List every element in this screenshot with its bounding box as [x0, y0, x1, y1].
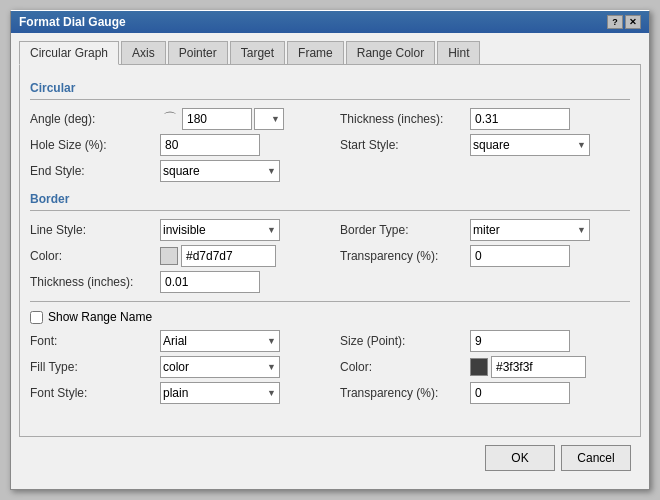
circular-divider: [30, 99, 630, 100]
end-style-label: End Style:: [30, 164, 160, 178]
transparency2-input[interactable]: [470, 382, 570, 404]
font-style-label: Font Style:: [30, 386, 160, 400]
start-style-label: Start Style:: [340, 138, 470, 152]
font-style-select-wrapper: plain: [160, 382, 280, 404]
cancel-button[interactable]: Cancel: [561, 445, 631, 471]
close-button[interactable]: ✕: [625, 15, 641, 29]
hole-size-row: Hole Size (%):: [30, 134, 320, 156]
size-row: Size (Point):: [340, 330, 630, 352]
dialog-footer: OK Cancel: [19, 437, 641, 481]
color2-input-group: [470, 356, 586, 378]
circular-grid: Angle (deg): ⌒ Thickness (inches):: [30, 108, 630, 186]
fill-type-label: Fill Type:: [30, 360, 160, 374]
tab-frame[interactable]: Frame: [287, 41, 344, 65]
hole-size-label: Hole Size (%):: [30, 138, 160, 152]
circular-section-label: Circular: [30, 81, 630, 95]
font-select[interactable]: Arial: [160, 330, 280, 352]
thickness-label: Thickness (inches):: [340, 112, 470, 126]
border-type-label: Border Type:: [340, 223, 470, 237]
line-style-select-wrapper: invisible: [160, 219, 280, 241]
color2-label: Color:: [340, 360, 470, 374]
angle-select-wrapper: [254, 108, 284, 130]
border-thickness-input[interactable]: [160, 271, 260, 293]
color2-swatch[interactable]: [470, 358, 488, 376]
show-range-name-label: Show Range Name: [48, 310, 152, 324]
line-style-select[interactable]: invisible: [160, 219, 280, 241]
end-style-select[interactable]: square: [160, 160, 280, 182]
border-grid: Line Style: invisible Border Type: miter: [30, 219, 630, 297]
border-thickness-label: Thickness (inches):: [30, 275, 160, 289]
tab-target[interactable]: Target: [230, 41, 285, 65]
line-style-label: Line Style:: [30, 223, 160, 237]
thickness-input[interactable]: [470, 108, 570, 130]
ok-button[interactable]: OK: [485, 445, 555, 471]
size-label: Size (Point):: [340, 334, 470, 348]
tab-range-color[interactable]: Range Color: [346, 41, 435, 65]
border-type-select[interactable]: miter: [470, 219, 590, 241]
tab-axis[interactable]: Axis: [121, 41, 166, 65]
color-label: Color:: [30, 249, 160, 263]
color-swatch[interactable]: [160, 247, 178, 265]
end-style-row: End Style: square: [30, 160, 320, 182]
fill-type-select[interactable]: color: [160, 356, 280, 378]
font-select-wrapper: Arial: [160, 330, 280, 352]
border-section-label: Border: [30, 192, 630, 206]
fill-type-row: Fill Type: color: [30, 356, 320, 378]
font-grid: Font: Arial Size (Point): Fill Type:: [30, 330, 630, 408]
line-style-row: Line Style: invisible: [30, 219, 320, 241]
show-range-name-row: Show Range Name: [30, 310, 630, 324]
angle-select[interactable]: [254, 108, 284, 130]
font-row: Font: Arial: [30, 330, 320, 352]
start-style-select[interactable]: square: [470, 134, 590, 156]
start-style-row: Start Style: square: [340, 134, 630, 156]
color-input-group: [160, 245, 276, 267]
tab-hint[interactable]: Hint: [437, 41, 480, 65]
fill-type-select-wrapper: color: [160, 356, 280, 378]
end-style-select-wrapper: square: [160, 160, 280, 182]
dialog-body: Circular Graph Axis Pointer Target Frame…: [11, 33, 649, 489]
empty-cell2: [340, 271, 630, 297]
range-divider: [30, 301, 630, 302]
color-row: Color:: [30, 245, 320, 267]
empty-cell: [340, 160, 630, 186]
angle-wrapper: ⌒: [160, 108, 284, 130]
border-type-select-wrapper: miter: [470, 219, 590, 241]
font-label: Font:: [30, 334, 160, 348]
color2-input[interactable]: [491, 356, 586, 378]
title-bar: Format Dial Gauge ? ✕: [11, 11, 649, 33]
transparency-input[interactable]: [470, 245, 570, 267]
font-style-select[interactable]: plain: [160, 382, 280, 404]
border-divider: [30, 210, 630, 211]
dialog-title: Format Dial Gauge: [19, 15, 126, 29]
tab-bar: Circular Graph Axis Pointer Target Frame…: [19, 41, 641, 65]
show-range-name-checkbox[interactable]: [30, 311, 43, 324]
color-input[interactable]: [181, 245, 276, 267]
thickness-row: Thickness (inches):: [340, 108, 630, 130]
transparency-label: Transparency (%):: [340, 249, 470, 263]
font-style-row: Font Style: plain: [30, 382, 320, 404]
angle-input[interactable]: [182, 108, 252, 130]
angle-icon: ⌒: [160, 109, 180, 129]
border-type-row: Border Type: miter: [340, 219, 630, 241]
title-bar-buttons: ? ✕: [607, 15, 641, 29]
tab-circular-graph[interactable]: Circular Graph: [19, 41, 119, 65]
transparency-row: Transparency (%):: [340, 245, 630, 267]
border-thickness-row: Thickness (inches):: [30, 271, 320, 293]
tab-pointer[interactable]: Pointer: [168, 41, 228, 65]
transparency2-row: Transparency (%):: [340, 382, 630, 404]
transparency2-label: Transparency (%):: [340, 386, 470, 400]
angle-row: Angle (deg): ⌒: [30, 108, 320, 130]
start-style-select-wrapper: square: [470, 134, 590, 156]
dialog: Format Dial Gauge ? ✕ Circular Graph Axi…: [10, 10, 650, 490]
hole-size-input[interactable]: [160, 134, 260, 156]
tab-content-circular-graph: Circular Angle (deg): ⌒: [19, 64, 641, 437]
angle-label: Angle (deg):: [30, 112, 160, 126]
size-input[interactable]: [470, 330, 570, 352]
color2-row: Color:: [340, 356, 630, 378]
help-button[interactable]: ?: [607, 15, 623, 29]
